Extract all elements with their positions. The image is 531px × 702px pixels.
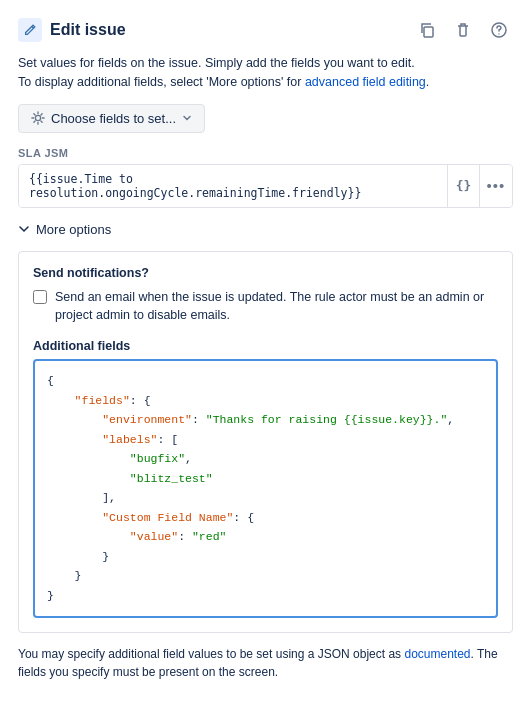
send-notifications-checkbox[interactable]	[33, 290, 47, 304]
gear-icon	[31, 111, 45, 125]
field-action-buttons: {} •••	[447, 165, 512, 207]
svg-point-2	[498, 33, 499, 34]
documented-link[interactable]: documented	[404, 647, 470, 661]
header-left: Edit issue	[18, 18, 126, 42]
more-field-options-button[interactable]: •••	[480, 165, 512, 207]
header-actions	[413, 16, 513, 44]
help-button[interactable]	[485, 16, 513, 44]
more-options-section: Send notifications? Send an email when t…	[18, 251, 513, 633]
send-notifications-label: Send notifications?	[33, 266, 498, 280]
sla-field-group: SLA JSM {{issue.Time to resolution.ongoi…	[18, 147, 513, 208]
more-options-toggle[interactable]: More options	[18, 222, 513, 237]
template-button[interactable]: {}	[448, 165, 480, 207]
chevron-down-icon	[182, 113, 192, 123]
json-editor[interactable]: { "fields": { "environment": "Thanks for…	[33, 359, 498, 618]
delete-button[interactable]	[449, 16, 477, 44]
svg-rect-0	[424, 27, 433, 37]
send-notifications-checkbox-row: Send an email when the issue is updated.…	[33, 288, 498, 326]
footer-note: You may specify additional field values …	[18, 645, 513, 681]
advanced-editing-link[interactable]: advanced field editing	[305, 75, 426, 89]
panel-header: Edit issue	[18, 16, 513, 44]
additional-fields-label: Additional fields	[33, 339, 498, 353]
sla-field-label: SLA JSM	[18, 147, 513, 159]
panel-title: Edit issue	[50, 21, 126, 39]
choose-fields-button[interactable]: Choose fields to set...	[18, 104, 205, 133]
description-text: Set values for fields on the issue. Simp…	[18, 54, 513, 92]
send-notifications-text: Send an email when the issue is updated.…	[55, 288, 498, 326]
svg-point-3	[35, 115, 40, 120]
edit-icon	[18, 18, 42, 42]
copy-button[interactable]	[413, 16, 441, 44]
sla-field-row: {{issue.Time to resolution.ongoingCycle.…	[18, 164, 513, 208]
chevron-down-icon	[18, 223, 30, 235]
sla-field-value[interactable]: {{issue.Time to resolution.ongoingCycle.…	[19, 165, 447, 207]
